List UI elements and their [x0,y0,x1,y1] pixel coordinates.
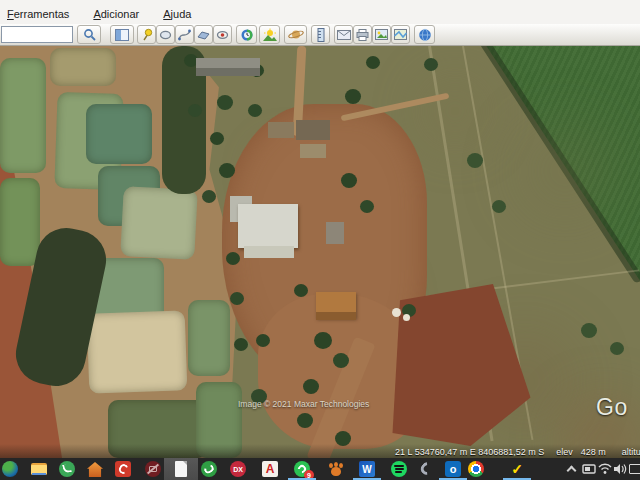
tree-blobs [0,46,10,55]
sunlight-icon [263,28,277,41]
altitude-label: altitude do [622,447,640,457]
fish-pond [0,178,40,266]
ruler-button[interactable] [311,25,330,44]
farm-building [268,122,294,138]
elev-label: elev [556,447,573,457]
long-shed-roof [196,68,260,76]
elev-value: 428 m [581,447,606,457]
fish-pond [0,58,46,173]
add-polygon-button[interactable] [156,25,175,44]
path-icon [178,28,191,41]
add-image-overlay-button[interactable] [194,25,213,44]
google-earth-window: Ferramentas Adicionar Ajuda [0,0,640,480]
menu-ferramentas[interactable]: Ferramentas [4,7,72,21]
menu-ajuda[interactable]: Ajuda [160,7,194,21]
house-app-icon[interactable] [87,461,103,477]
camera-app-icon[interactable] [145,461,161,477]
globe-button[interactable] [414,25,435,44]
orange-roof-building [316,312,356,320]
white-shed [244,246,294,258]
tray-volume-icon[interactable] [613,461,629,477]
menu-bar: Ferramentas Adicionar Ajuda [0,0,640,24]
swoosh-app-icon[interactable] [419,461,435,477]
browser-globe-icon[interactable] [2,461,18,477]
chrome-icon[interactable] [468,461,484,477]
image-overlay-icon [197,28,210,41]
maps-icon [394,29,407,40]
add-placemark-button[interactable] [137,25,156,44]
check-app-icon[interactable]: ✓ [509,461,525,477]
save-image-icon [375,29,388,40]
search-icon [83,28,96,41]
tray-display-icon[interactable] [582,461,598,477]
tilled-red-field [388,284,538,446]
globe-icon [418,28,432,42]
white-shed [238,204,298,248]
map-viewport[interactable]: Image © 2021 Maxar Technologies Go 21 L … [0,46,640,458]
fish-pond [50,48,116,86]
placemark-pin-icon [140,28,153,41]
imagery-attribution: Image © 2021 Maxar Technologies [238,399,369,409]
email-icon [337,30,351,40]
tray-wifi-icon[interactable] [598,461,614,477]
paw-app-icon[interactable] [328,461,344,477]
green-app-icon[interactable] [59,461,75,477]
farm-building [296,120,330,140]
record-tour-button[interactable] [213,25,232,44]
record-tour-icon [216,28,229,41]
autocad-icon[interactable]: A [262,461,278,477]
sidebar-panel-icon [115,29,129,41]
search-button[interactable] [77,25,101,44]
dry-sandy-pond [87,310,188,393]
word-icon[interactable]: W [359,461,375,477]
search-input[interactable] [1,26,73,43]
farm-building [300,144,326,158]
notepad-document-icon[interactable] [173,461,189,477]
white-silo [392,308,401,317]
whatsapp-icon[interactable]: 9 [294,461,310,477]
polygon-icon [159,28,172,41]
spotify-icon[interactable] [391,461,407,477]
status-bar: 21 L 534760,47 m E 8406881,52 m S elev 4… [395,447,640,457]
tray-keyboard-icon[interactable] [629,461,640,477]
add-path-button[interactable] [175,25,194,44]
small-hut [326,222,344,244]
toolbar [0,24,640,46]
pdf-reader-icon[interactable] [115,461,131,477]
save-image-button[interactable] [372,25,391,44]
email-button[interactable] [334,25,353,44]
utm-coordinates: 21 L 534760,47 m E 8406881,52 m S [395,447,544,457]
tray-expand-chevron[interactable] [566,461,578,477]
outlook-icon[interactable]: o [445,461,461,477]
google-watermark: Go [596,394,628,421]
sidebar-toggle-button[interactable] [110,25,134,44]
view-in-maps-button[interactable] [391,25,410,44]
print-button[interactable] [353,25,372,44]
menu-adicionar[interactable]: Adicionar [90,7,142,21]
white-silo [403,314,410,321]
sunlight-button[interactable] [259,25,280,44]
ruler-icon [317,28,325,42]
earth-green-app-icon[interactable] [201,461,217,477]
historical-clock-icon [240,28,254,42]
historical-imagery-button[interactable] [236,25,257,44]
long-shed-roof [196,58,260,68]
file-explorer-icon[interactable] [31,461,47,477]
planet-saturn-icon [288,28,304,41]
printer-icon [356,29,369,41]
taskbar: DX A 9 W o ✓ [0,458,640,480]
fish-pond [86,104,152,164]
dx-app-icon[interactable]: DX [230,461,246,477]
fish-pond [120,186,198,260]
fish-pond [188,300,230,376]
switch-planet-button[interactable] [284,25,307,44]
